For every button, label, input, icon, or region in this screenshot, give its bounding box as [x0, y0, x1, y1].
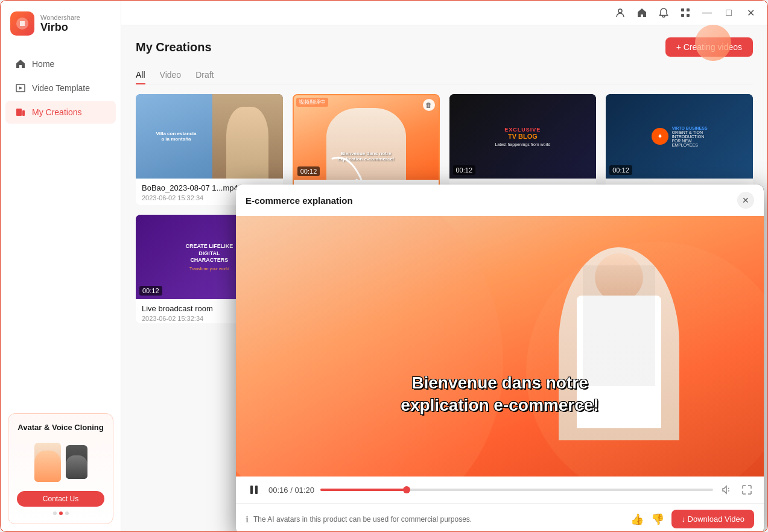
video-title-1: BoBao_2023-08-07 1...mp4: [142, 183, 238, 192]
player-controls: 00:16 / 01:20: [236, 477, 764, 503]
dot-1: [53, 511, 57, 515]
user-icon[interactable]: [613, 5, 627, 20]
svg-rect-3: [22, 110, 25, 116]
dislike-button[interactable]: 👎: [651, 513, 664, 526]
footer-info: ℹ The AI avatars in this product can be …: [246, 515, 472, 524]
sidebar-item-video-template-label: Video Template: [32, 83, 90, 93]
dot-2: [59, 511, 63, 515]
page-header: My Creations + Creating videos: [136, 37, 753, 57]
sidebar-item-my-creations[interactable]: My Creations: [5, 101, 116, 124]
player-subtitle: Bienvenue dans notre explication e-comme…: [236, 372, 764, 416]
logo-name: Virbo: [40, 21, 80, 34]
player-close-button[interactable]: ✕: [737, 192, 754, 209]
ad-dots: [17, 511, 104, 515]
fullscreen-icon[interactable]: [740, 483, 754, 497]
sidebar-item-my-creations-label: My Creations: [32, 107, 81, 117]
minimize-icon[interactable]: —: [700, 5, 714, 20]
thumbnail-3: EXCLUSIVE TV BLOG Latest happenings from…: [449, 94, 597, 179]
dot-3: [65, 511, 69, 515]
maximize-icon[interactable]: □: [722, 5, 736, 20]
ad-title: Avatar & Voice Cloning: [17, 422, 104, 433]
svg-rect-5: [681, 8, 684, 11]
duration-4: 00:12: [609, 165, 632, 175]
tab-video[interactable]: Video: [160, 66, 182, 84]
nav-items: Home Video Template My C: [1, 46, 121, 130]
duration-3: 00:12: [453, 165, 476, 175]
subtitle-line2: explication e-commerce!: [272, 394, 728, 416]
video-label-2: 视频翻译中: [296, 98, 328, 107]
logo-brand: Wondershare: [40, 14, 80, 21]
player-header: E-commerce explanation ✕: [236, 185, 764, 216]
app-container: Wondershare Virbo Home: [0, 0, 768, 532]
video-title-5: Live broadcast room: [142, 304, 213, 313]
progress-fill: [320, 489, 407, 491]
svg-rect-2: [16, 109, 22, 116]
page-title: My Creations: [136, 40, 212, 54]
progress-bar[interactable]: [320, 489, 713, 491]
close-icon[interactable]: ✕: [743, 5, 758, 20]
duration-5: 00:12: [139, 286, 162, 296]
grid-icon[interactable]: [678, 5, 693, 20]
svg-rect-9: [250, 486, 253, 494]
contact-us-button[interactable]: Contact Us: [17, 491, 104, 507]
video-date-1: 2023-06-02 15:32:34: [142, 194, 238, 201]
home-icon: [15, 59, 26, 69]
download-video-button[interactable]: ↓ Download Video: [671, 510, 754, 528]
control-icons: [719, 483, 754, 497]
svg-point-4: [618, 9, 622, 13]
sidebar: Wondershare Virbo Home: [1, 1, 121, 531]
subtitle-line1: Bienvenue dans notre: [272, 372, 728, 394]
delete-icon-2[interactable]: 🗑: [423, 99, 435, 111]
title-bar: — □ ✕: [121, 1, 767, 25]
video-player-modal: E-commerce explanation ✕: [236, 185, 764, 532]
player-video-area: Bienvenue dans notre explication e-comme…: [236, 216, 764, 477]
svg-rect-7: [681, 14, 684, 17]
tab-draft[interactable]: Draft: [195, 66, 214, 84]
video-date-5: 2023-06-02 15:32:34: [142, 315, 213, 322]
player-footer: ℹ The AI avatars in this product can be …: [236, 503, 764, 532]
svg-rect-10: [255, 486, 258, 494]
like-button[interactable]: 👍: [630, 513, 644, 526]
progress-dot: [403, 486, 410, 493]
svg-rect-8: [687, 14, 690, 17]
volume-icon[interactable]: [719, 483, 734, 497]
home-window-icon[interactable]: [635, 5, 649, 20]
app-logo-icon: [10, 11, 34, 36]
sidebar-item-video-template[interactable]: Video Template: [5, 77, 116, 100]
tabs: All Video Draft: [136, 66, 753, 84]
time-display: 00:16 / 01:20: [268, 486, 314, 495]
sidebar-item-home-label: Home: [32, 59, 54, 69]
thumbnail-1: Villa con estanciaa la montaña: [136, 94, 283, 179]
tab-all[interactable]: All: [136, 66, 145, 84]
logo-area: Wondershare Virbo: [1, 1, 121, 46]
logo-text: Wondershare Virbo: [40, 14, 80, 34]
sidebar-ad: Avatar & Voice Cloning Contact Us: [8, 413, 113, 524]
thumbnail-4: ✦ VIRTO BUSINESS ORIENT & TIONINTRODUCTI…: [606, 94, 753, 179]
svg-rect-6: [687, 8, 690, 11]
player-title: E-commerce explanation: [246, 195, 353, 206]
ad-avatars: [17, 438, 104, 486]
my-creations-icon: [15, 107, 26, 118]
orange-circle-decoration: [695, 25, 731, 61]
footer-notice-text: The AI avatars in this product can be us…: [253, 515, 472, 524]
pause-button[interactable]: [246, 481, 262, 498]
bell-icon[interactable]: [656, 5, 671, 20]
sidebar-item-home[interactable]: Home: [5, 52, 116, 75]
video-template-icon: [15, 83, 26, 93]
footer-actions: 👍 👎 ↓ Download Video: [630, 510, 754, 528]
duration-2: 00:12: [297, 166, 320, 176]
